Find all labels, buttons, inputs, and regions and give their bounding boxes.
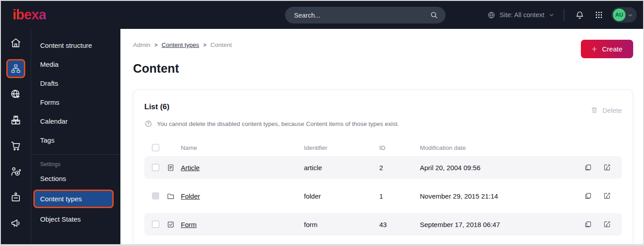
rail-item-promotions[interactable] — [6, 214, 25, 232]
search-input[interactable] — [294, 12, 430, 19]
form-icon — [166, 220, 181, 229]
sidebar-item-tags[interactable]: Tags — [31, 131, 120, 149]
app-grid-icon — [594, 10, 603, 19]
ibexa-logo[interactable]: ibexa — [13, 7, 46, 23]
cell-identifier: folder — [304, 192, 379, 200]
delete-button[interactable]: Delete — [590, 106, 622, 114]
edit-icon — [603, 192, 611, 200]
edit-button[interactable] — [603, 163, 611, 172]
breadcrumb-separator: > — [203, 42, 207, 48]
table-row-form: Form form 43 September 17, 2018 06:47 — [144, 213, 622, 236]
breadcrumb-item-content: Content — [211, 42, 232, 48]
edit-icon — [603, 163, 611, 172]
sidebar-item-content-types[interactable]: Content types — [33, 190, 114, 208]
question-circle-icon — [144, 120, 152, 128]
list-help: You cannot delete the disabled content t… — [144, 120, 622, 128]
megaphone-icon — [10, 217, 22, 229]
search-icon[interactable] — [430, 11, 438, 19]
sidebar-item-forms[interactable]: Forms — [31, 93, 120, 111]
create-button-label: Create — [602, 45, 622, 53]
plus-icon: + — [592, 44, 597, 54]
sidebar-item-sections[interactable]: Sections — [31, 169, 120, 188]
user-menu[interactable]: AU — [612, 7, 637, 23]
copy-button[interactable] — [584, 192, 592, 200]
rail-item-admin[interactable] — [6, 188, 25, 207]
column-header-id: ID — [379, 144, 420, 151]
copy-icon — [584, 220, 592, 228]
site-context-selector[interactable]: Site: All context — [487, 11, 555, 19]
sidebar-settings-section: Settings Sections Content types Object S… — [31, 154, 120, 229]
sidebar-item-media[interactable]: Media — [31, 55, 120, 74]
folder-icon — [166, 192, 181, 200]
rail-item-content[interactable] — [6, 59, 25, 78]
table-row-article: Article article 2 April 20, 2004 09:56 — [144, 156, 622, 179]
content-type-link[interactable]: Folder — [181, 192, 200, 200]
copy-button[interactable] — [584, 163, 592, 172]
sidebar-icon-rail — [1, 29, 31, 244]
row-checkbox[interactable] — [152, 164, 159, 171]
rail-item-commerce[interactable] — [6, 136, 25, 155]
cell-id: 43 — [379, 221, 420, 228]
edit-icon — [603, 220, 611, 228]
table-row-folder: Folder folder 1 November 29, 2015 21:14 — [144, 185, 622, 207]
rail-item-products[interactable] — [6, 111, 25, 130]
create-button[interactable]: + Create — [581, 40, 633, 58]
content-type-link[interactable]: Form — [181, 221, 197, 228]
column-header-name: Name — [181, 144, 304, 151]
table-header-row: Name Identifier ID Modification date — [144, 140, 622, 155]
admin-badge-icon — [10, 191, 22, 203]
column-header-modification-date: Modification date — [420, 144, 572, 151]
cell-modification-date: September 17, 2018 06:47 — [420, 221, 572, 228]
site-context-label: Site: All context — [500, 11, 544, 19]
chevron-down-icon — [548, 12, 555, 18]
breadcrumb-item-admin: Admin — [133, 42, 150, 48]
main-content: Admin > Content types > Content + Create… — [120, 29, 643, 244]
row-checkbox[interactable] — [152, 221, 159, 228]
topbar: ibexa Site: All context — [1, 1, 643, 29]
global-search[interactable] — [285, 7, 446, 23]
select-all-checkbox[interactable] — [152, 144, 159, 151]
cell-modification-date: November 29, 2015 21:14 — [420, 192, 572, 200]
content-type-link[interactable]: Article — [181, 164, 200, 172]
article-icon — [166, 163, 181, 172]
content-types-table: Name Identifier ID Modification date — [144, 140, 622, 236]
page-title: Content — [133, 62, 643, 76]
list-help-text: You cannot delete the disabled content t… — [157, 121, 399, 127]
cell-id: 2 — [379, 164, 420, 172]
cart-icon — [10, 140, 22, 152]
products-boxes-icon — [10, 114, 22, 126]
row-checkbox-disabled — [152, 192, 159, 200]
avatar: AU — [613, 9, 626, 21]
cell-identifier: form — [304, 221, 379, 228]
personalization-target-icon — [10, 166, 22, 177]
sidebar-item-calendar[interactable]: Calendar — [31, 112, 120, 130]
copy-button[interactable] — [584, 220, 592, 228]
list-title: List (6) — [144, 102, 170, 111]
notifications-button[interactable] — [573, 9, 586, 22]
copy-icon — [584, 163, 592, 172]
rail-item-dashboard[interactable] — [6, 33, 25, 52]
trash-icon — [590, 106, 598, 114]
cell-id: 1 — [379, 192, 420, 200]
breadcrumb-item-content-types[interactable]: Content types — [161, 42, 199, 48]
content-tree-icon — [10, 63, 21, 74]
rail-item-personalization[interactable] — [6, 162, 25, 181]
copy-icon — [584, 192, 592, 200]
cell-identifier: article — [304, 164, 379, 172]
edit-button[interactable] — [603, 220, 611, 228]
edit-button[interactable] — [603, 192, 611, 200]
rail-item-site[interactable] — [6, 85, 25, 104]
column-header-identifier: Identifier — [304, 144, 379, 151]
site-globe-icon — [10, 88, 22, 100]
sidebar-menu: Content structure Media Drafts Forms Cal… — [31, 29, 120, 244]
home-icon — [10, 37, 22, 49]
sidebar-item-drafts[interactable]: Drafts — [31, 74, 120, 93]
sidebar-item-object-states[interactable]: Object States — [31, 210, 120, 228]
delete-button-label: Delete — [603, 107, 622, 114]
app-switcher-button[interactable] — [593, 9, 605, 21]
topbar-divider — [564, 9, 564, 21]
sidebar-item-content-structure[interactable]: Content structure — [31, 36, 120, 55]
sidebar-settings-label: Settings — [31, 159, 120, 169]
breadcrumb: Admin > Content types > Content — [120, 29, 643, 48]
chevron-down-icon — [627, 12, 633, 18]
